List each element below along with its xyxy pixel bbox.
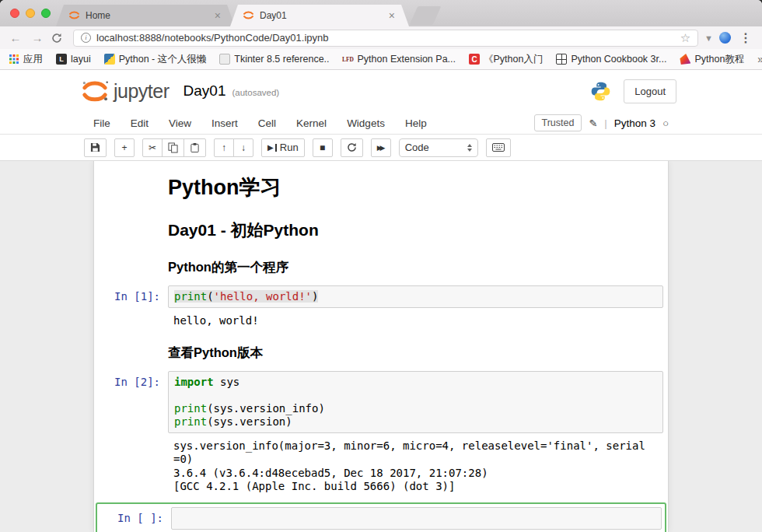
notebook-title[interactable]: Day01 [184, 82, 226, 100]
menu-insert[interactable]: Insert [201, 117, 248, 129]
save-button[interactable] [84, 138, 107, 157]
bookmark-label: Python - 这个人很懒 [119, 53, 207, 66]
new-tab-button[interactable] [410, 6, 442, 25]
tab-strip: Home × Day01 × [0, 0, 762, 26]
move-cell-down-button[interactable]: ↓ [233, 138, 253, 157]
header-right: Logout [590, 79, 676, 103]
prompt-spacer [94, 171, 168, 206]
trusted-badge[interactable]: Trusted [534, 114, 582, 131]
menu-view[interactable]: View [159, 117, 201, 129]
python-favicon-icon [104, 54, 115, 65]
menu-help[interactable]: Help [395, 117, 437, 129]
markdown-cell-day01[interactable]: Day01 - 初始Python [94, 210, 668, 248]
copy-cell-button[interactable] [162, 138, 184, 157]
code-input-empty[interactable] [171, 507, 662, 530]
bookmark-python-intro[interactable]: C 《Python入门 [469, 53, 543, 66]
code-cell-3-selected[interactable]: In [ ]: [96, 502, 666, 532]
menu-edit[interactable]: Edit [121, 117, 159, 129]
run-icon: ▶ [267, 143, 274, 152]
bookmark-python-cookbook[interactable]: Python Cookbook 3r... [556, 54, 666, 65]
paste-cell-button[interactable] [184, 138, 206, 157]
keyboard-icon [492, 143, 505, 152]
code-token: (sys.version) [207, 415, 292, 428]
menu-cell[interactable]: Cell [248, 117, 286, 129]
browser-menu-icon[interactable]: ⋮ [737, 30, 754, 45]
tab-day01[interactable]: Day01 × [230, 5, 409, 26]
bookmark-python-blog[interactable]: Python - 这个人很懒 [104, 53, 207, 66]
menu-file[interactable]: File [93, 117, 121, 129]
menu-widgets[interactable]: Widgets [337, 117, 395, 129]
logout-button[interactable]: Logout [624, 79, 676, 103]
markdown-cell-title[interactable]: Python学习 [94, 167, 668, 210]
interrupt-kernel-button[interactable]: ■ [313, 138, 333, 157]
url-text: localhost:8888/notebooks/PythonCode/Day0… [96, 32, 675, 44]
cut-cell-button[interactable]: ✂ [142, 138, 163, 157]
run-button[interactable]: ▶ Run [261, 138, 305, 157]
move-cell-group: ↑ ↓ [214, 138, 253, 157]
minimize-window-button[interactable] [26, 9, 35, 18]
bookmark-python-tutorial[interactable]: Python教程 [680, 53, 744, 66]
prompt-spacer [94, 338, 168, 363]
tab-title: Home [86, 10, 213, 21]
input-prompt: In [ ]: [97, 507, 171, 530]
code-cell-2[interactable]: In [2]: import sys print(sys.version_inf… [94, 367, 668, 499]
jupyter-logo[interactable]: jupyter [80, 79, 170, 103]
bookmark-star-icon[interactable]: ☆ [680, 31, 690, 45]
back-button[interactable]: ← [8, 31, 23, 44]
python-logo-icon [590, 81, 611, 102]
bookmark-tkinter-reference[interactable]: Tkinter 8.5 reference.. [219, 54, 329, 65]
add-cell-button[interactable]: + [114, 138, 135, 157]
jupyter-logo-icon [80, 79, 110, 103]
bookmarks-overflow-icon[interactable]: » [757, 53, 762, 65]
forward-button[interactable]: → [30, 31, 45, 44]
page-info-icon[interactable]: i [81, 33, 91, 43]
heading-check-version: 查看Python版本 [168, 345, 663, 360]
url-field[interactable]: i localhost:8888/notebooks/PythonCode/Da… [73, 30, 698, 47]
autosave-status: (autosaved) [232, 88, 279, 97]
code-token: ) [312, 290, 318, 303]
restart-run-all-button[interactable]: ▶▶ [371, 138, 391, 157]
edit-mode-pencil-icon: ✎ [589, 117, 597, 129]
bookmark-label: Python Cookbook 3r... [571, 54, 666, 65]
code-token: print [174, 290, 207, 303]
divider: | [604, 117, 607, 129]
tab-close-icon[interactable]: × [213, 9, 222, 23]
code-token: (sys.version_info) [207, 402, 325, 415]
code-input[interactable]: print('hello, world!') [168, 285, 663, 308]
code-cell-1[interactable]: In [1]: print('hello, world!') hello, wo… [94, 282, 668, 334]
move-cell-up-button[interactable]: ↑ [214, 138, 234, 157]
download-arrow-icon[interactable]: ▼ [704, 33, 713, 43]
cell-type-value: Code [405, 142, 429, 153]
restart-icon [347, 142, 357, 152]
reload-button[interactable] [51, 33, 67, 44]
code-input[interactable]: import sys print(sys.version_info) print… [168, 371, 663, 433]
command-palette-button[interactable] [486, 138, 511, 157]
bookmark-layui[interactable]: L layui [56, 54, 91, 65]
bookmark-label: layui [71, 54, 91, 65]
notebook-scroll-area[interactable]: Python学习 Day01 - 初始Python Python的第一个程序 [0, 161, 762, 532]
proxy-extension-icon[interactable] [719, 32, 731, 44]
input-prompt: In [1]: [94, 285, 168, 308]
zoom-window-button[interactable] [41, 9, 51, 18]
tab-close-icon[interactable]: × [387, 9, 397, 23]
jupyter-logo-text: jupyter [114, 80, 170, 103]
tab-home[interactable]: Home × [56, 5, 235, 26]
bookmarks-bar: 应用 L layui Python - 这个人很懒 Tkinter 8.5 re… [0, 49, 762, 70]
bookmark-apps[interactable]: 应用 [9, 53, 43, 66]
code-token: print [174, 402, 207, 415]
csdn-favicon-icon: C [469, 54, 480, 65]
markdown-cell-version[interactable]: 查看Python版本 [94, 334, 668, 367]
bookmark-label: 《Python入门 [484, 53, 543, 66]
lfd-favicon-icon: LFD [343, 54, 354, 65]
bookmark-python-extension-packages[interactable]: LFD Python Extension Pa... [343, 54, 456, 65]
code-token: sys [214, 376, 240, 388]
close-window-button[interactable] [10, 9, 19, 18]
restart-kernel-button[interactable] [341, 138, 363, 157]
code-token: print [174, 415, 207, 428]
markdown-cell-first-program[interactable]: Python的第一个程序 [94, 248, 668, 282]
cell-type-select[interactable]: Code [399, 138, 478, 157]
tab-title: Day01 [260, 10, 387, 21]
menu-kernel[interactable]: Kernel [286, 117, 337, 129]
notebook-container: Python学习 Day01 - 初始Python Python的第一个程序 [93, 161, 669, 532]
traffic-lights [10, 9, 51, 18]
